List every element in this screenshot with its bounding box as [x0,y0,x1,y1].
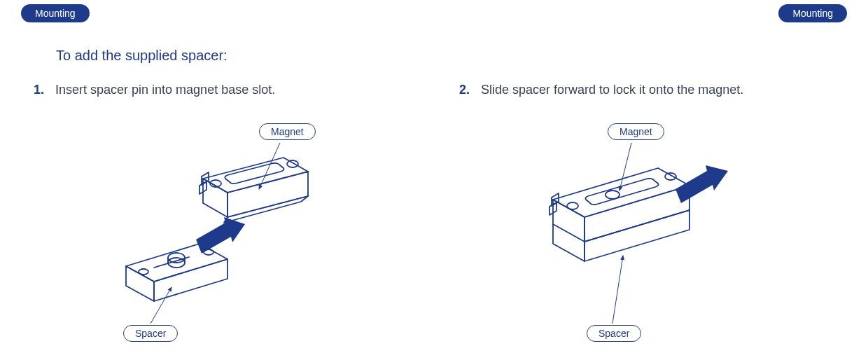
spacer-label-1: Spacer [123,325,178,342]
step-2: 2. Slide spacer forward to lock it onto … [459,83,851,97]
step-2-number: 2. [459,83,470,97]
diagram-2: Magnet Spacer [504,119,756,350]
diagram-1: Magnet Spacer [105,119,357,350]
diagram-1-svg [105,119,357,350]
step-1-number: 1. [34,83,44,97]
header-tag-left: Mounting [21,4,90,22]
magnet-label-1: Magnet [259,123,316,140]
svg-marker-20 [676,165,728,203]
step-1-text: Insert spacer pin into magnet base slot. [55,83,275,97]
section-title: To add the supplied spacer: [56,48,227,64]
diagram-2-svg [504,119,756,350]
step-2-text: Slide spacer forward to lock it onto the… [481,83,743,97]
svg-point-15 [606,191,620,199]
svg-line-14 [612,256,623,324]
svg-point-17 [665,173,676,180]
svg-point-4 [287,160,298,167]
step-1: 1. Insert spacer pin into magnet base sl… [34,83,426,97]
svg-marker-5 [196,217,245,254]
svg-line-19 [553,224,584,242]
svg-line-18 [584,210,690,242]
spacer-label-2: Spacer [587,325,641,342]
magnet-label-2: Magnet [608,123,664,140]
header-tag-right: Mounting [778,4,847,22]
svg-point-11 [204,249,214,255]
